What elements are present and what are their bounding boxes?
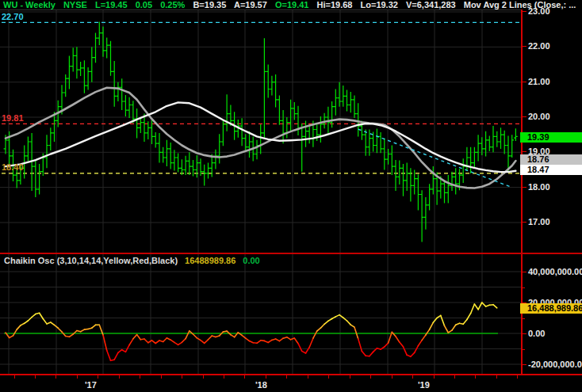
- change-percent: 0.25%: [160, 0, 185, 10]
- time-tick: [98, 375, 98, 379]
- time-tick: [350, 375, 350, 379]
- osc-tick: [521, 333, 526, 334]
- year-label: '19: [418, 380, 430, 390]
- oscillator-badge: 16,488,989.86: [520, 303, 582, 314]
- time-tick: [161, 375, 162, 379]
- time-tick: [412, 375, 413, 379]
- osc-tick: [521, 272, 526, 272]
- low-price: Lo=19.32: [361, 0, 398, 10]
- high-price: Hi=19.68: [317, 0, 353, 10]
- open-price: O=19.41: [275, 0, 309, 10]
- price-axis-label: 22.00: [528, 41, 550, 51]
- time-tick: [475, 375, 476, 379]
- price-badge: 19.39: [520, 132, 582, 143]
- bid-price: B=19.35: [193, 0, 226, 10]
- price-axis[interactable]: 23.0022.0021.0020.0019.0018.0017.0040,00…: [520, 0, 582, 374]
- osc-gridlines: [0, 254, 521, 374]
- time-tick: [77, 375, 78, 379]
- price-axis-label: 17.00: [528, 217, 550, 226]
- ask-price: A=19.57: [234, 0, 267, 10]
- osc-tick: [521, 364, 526, 365]
- time-tick: [244, 375, 245, 379]
- trading-chart-window: WU - Weekly NYSE L=19.45 0.05 0.25% B=19…: [0, 0, 582, 392]
- osc-minor-tick: [521, 349, 525, 350]
- time-tick: [119, 375, 120, 379]
- year-label: '17: [85, 380, 97, 390]
- osc-minor-tick: [521, 287, 525, 288]
- change-value: 0.05: [136, 0, 152, 10]
- oscillator-secondary-value: 0.00: [243, 256, 259, 265]
- ohlc-bars: [4, 21, 518, 242]
- osc-axis-label: 0.00: [528, 329, 545, 338]
- study-label: Mov Avg 2 Lines (Close,: ...: [464, 0, 576, 10]
- time-tick: [266, 375, 266, 379]
- time-tick: [454, 375, 455, 379]
- price-tick: [521, 222, 526, 223]
- price-axis-label: 18.00: [528, 182, 550, 192]
- time-tick: [56, 375, 56, 379]
- price-axis-label: 20.00: [528, 112, 550, 121]
- price-tick: [521, 11, 526, 12]
- osc-axis-label: 40,000,000.00: [528, 267, 582, 276]
- oscillator-title: Chaikin Osc (3,10,14,14,Yellow,Red,Black…: [4, 256, 178, 265]
- mid-level-label: 19.81: [2, 113, 24, 123]
- time-tick: [203, 375, 204, 379]
- price-tick: [521, 187, 526, 188]
- oscillator-line: [6, 303, 497, 360]
- oscillator-panel[interactable]: Chaikin Osc (3,10,14,14,Yellow,Red,Black…: [0, 254, 521, 374]
- price-chart-canvas[interactable]: [0, 10, 521, 254]
- price-badge: 18.76: [520, 154, 582, 165]
- exchange-label: NYSE: [63, 0, 87, 10]
- time-tick: [496, 375, 497, 379]
- price-tick: [521, 116, 526, 117]
- volume-value: V=6,341,283: [406, 0, 456, 10]
- osc-minor-tick: [521, 318, 525, 319]
- symbol-label: WU - Weekly: [3, 0, 56, 10]
- price-badge: 18.47: [520, 165, 582, 175]
- price-axis-label: 21.00: [528, 77, 550, 86]
- osc-axis-label: -20,000,000.00: [528, 360, 582, 369]
- time-tick: [286, 375, 287, 379]
- time-tick: [328, 375, 329, 379]
- time-tick: [517, 375, 518, 379]
- quote-header: WU - Weekly NYSE L=19.45 0.05 0.25% B=19…: [3, 0, 581, 10]
- time-tick: [14, 375, 15, 379]
- panel-divider: [0, 253, 582, 254]
- support-level-label: 18.40: [2, 162, 24, 172]
- time-tick: [370, 375, 371, 379]
- last-price: L=19.45: [95, 0, 128, 10]
- price-tick: [521, 46, 526, 47]
- time-tick: [140, 375, 140, 379]
- price-chart-panel[interactable]: 22.70 19.81 18.40: [0, 10, 521, 254]
- price-tick: [521, 151, 526, 152]
- axis-line: [521, 10, 523, 374]
- time-axis[interactable]: '17'18'19: [0, 374, 582, 392]
- moving-average-white: [6, 102, 515, 172]
- resistance-level-label: 22.70: [2, 12, 24, 21]
- time-tick: [35, 375, 36, 379]
- time-tick: [224, 375, 224, 379]
- time-tick: [434, 375, 435, 379]
- price-tick: [521, 82, 526, 82]
- year-label: '18: [255, 380, 267, 390]
- oscillator-canvas[interactable]: [0, 254, 521, 374]
- time-tick: [182, 375, 182, 379]
- oscillator-header: Chaikin Osc (3,10,14,14,Yellow,Red,Black…: [4, 256, 260, 265]
- time-tick: [308, 375, 308, 379]
- oscillator-value: 16488989.86: [185, 256, 235, 265]
- time-tick: [392, 375, 392, 379]
